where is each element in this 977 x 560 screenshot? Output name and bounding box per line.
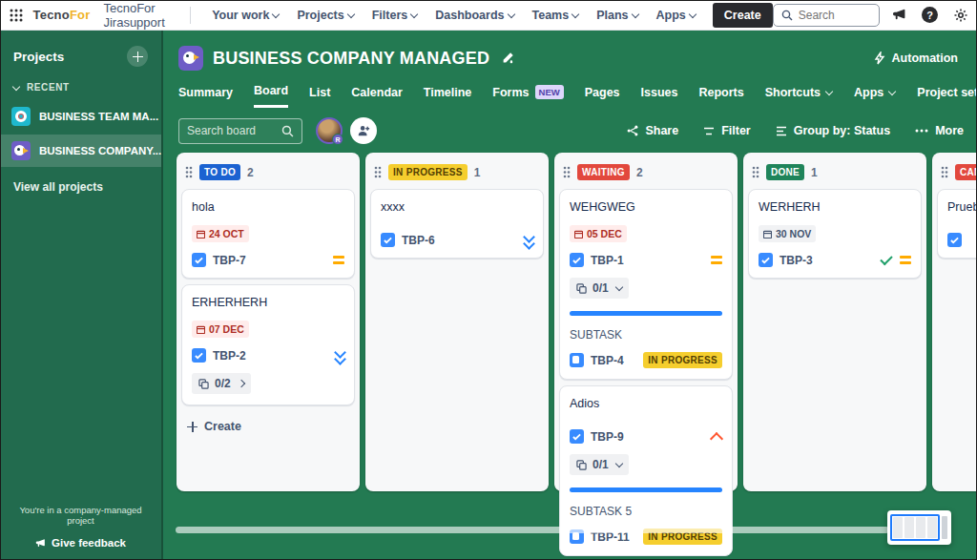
tab-list[interactable]: List [309,86,330,107]
issue-key: TBP-1 [591,254,624,267]
priority-lowest-icon [524,233,533,246]
announcements-icon[interactable] [889,5,910,26]
board-search-box[interactable] [178,118,302,144]
resolved-check-icon [880,252,892,264]
column-waiting: WAITING 2 WEHGWEG 05 DEC TBP-1 0/1 [554,153,738,491]
help-icon[interactable]: ? [920,5,941,26]
issue-card[interactable]: Prueba [937,189,977,259]
subtask-progress-pill[interactable]: 0/1 [570,278,629,299]
group-by-icon [776,126,787,136]
tab-board[interactable]: Board [254,84,288,108]
recent-section-toggle[interactable]: RECENT [0,76,161,98]
issue-card[interactable]: ERHERHERH 07 DEC TBP-2 0/2 [181,284,355,405]
project-board-main: BUSINESS COMPANY MANAGED Automation Summ… [165,31,977,560]
due-date-badge: 30 NOV [759,225,816,242]
project-avatar-icon [178,46,203,71]
drag-handle-icon[interactable] [941,166,948,178]
tab-summary[interactable]: Summary [178,86,233,107]
chevron-down-icon [614,282,622,290]
global-search-input[interactable] [799,9,865,22]
drag-handle-icon[interactable] [563,166,571,178]
subtask-type-icon [570,353,584,367]
view-all-projects-link[interactable]: View all projects [0,169,161,205]
add-person-icon [357,124,370,137]
nav-apps[interactable]: Apps [650,4,703,27]
issue-card[interactable]: xxxx TBP-6 [370,189,544,259]
more-button[interactable]: More [915,124,964,137]
settings-gear-icon[interactable] [950,5,971,26]
nav-projects[interactable]: Projects [290,4,361,27]
nav-dashboards[interactable]: Dashboards [428,4,521,27]
share-button[interactable]: Share [627,124,678,137]
top-bar: TecnoFor TecnoFor Jirasupport Your work … [0,0,977,31]
subtask-progress-pill[interactable]: 0/2 [192,373,251,394]
create-button[interactable]: Create [713,3,773,28]
column-cancelled: CANCELLED Prueba [932,153,977,491]
subtasks-icon [198,379,209,389]
tab-forms[interactable]: FormsNEW [492,85,563,107]
issue-card[interactable]: WEHGWEG 05 DEC TBP-1 0/1 SUBTASK [559,189,733,380]
due-date-badge: 24 OCT [192,225,249,242]
task-type-icon [947,233,962,247]
board-search-input[interactable] [187,124,273,137]
tab-calendar[interactable]: Calendar [351,86,403,107]
subtask-progress-bar [570,487,722,492]
tab-reports[interactable]: Reports [698,86,743,107]
column-count: 2 [247,166,254,179]
global-search-box[interactable] [773,4,880,27]
site-name[interactable]: TecnoFor Jirasupport [103,1,174,30]
sidebar-item-business-team[interactable]: BUSINESS TEAM MA... [0,100,161,133]
add-project-button[interactable] [127,46,148,67]
task-type-icon [192,348,206,363]
subtask-progress-pill[interactable]: 0/1 [570,454,629,475]
filter-button[interactable]: Filter [703,124,751,137]
give-feedback-button[interactable]: Give feedback [0,537,161,549]
drag-handle-icon[interactable] [185,166,193,178]
tecnofor-logo[interactable]: TecnoFor [33,8,91,22]
tab-issues[interactable]: Issues [641,86,678,107]
nav-plans[interactable]: Plans [590,4,645,27]
sidebar-item-business-company[interactable]: BUSINESS COMPANY... [0,135,161,167]
share-icon [627,125,638,136]
nav-filters[interactable]: Filters [365,4,426,27]
avatar-role-badge: R [332,134,343,145]
subtask-progress-bar [570,311,722,316]
calendar-icon [763,230,772,239]
edit-appearance-icon[interactable] [501,52,514,65]
chevron-down-icon [889,89,896,95]
task-type-icon [192,253,206,267]
issue-card[interactable]: WERHERH 30 NOV TBP-3 [748,189,922,279]
chevron-down-icon [348,11,355,18]
group-by-button[interactable]: Group by: Status [776,124,890,137]
project-tabs: Summary Board List Calendar Timeline For… [165,71,977,108]
tab-timeline[interactable]: Timeline [424,86,471,107]
status-badge: CANCELLED [955,164,977,180]
tab-project-settings[interactable]: Project settings [917,86,977,107]
column-count: 1 [811,166,818,179]
calendar-icon [197,325,205,334]
priority-medium-icon [333,256,344,263]
minimap-viewport[interactable] [890,514,940,541]
drag-handle-icon[interactable] [374,166,382,178]
add-people-button[interactable] [350,117,377,144]
issue-card[interactable]: hola 24 OCT TBP-7 [181,189,355,279]
tab-pages[interactable]: Pages [585,86,620,107]
app-switcher-icon[interactable] [10,4,24,27]
tab-shortcuts[interactable]: Shortcuts [765,86,833,107]
create-issue-button[interactable]: Create [181,411,355,442]
new-badge: NEW [535,85,564,99]
issue-key: TBP-4 [591,354,624,367]
tab-apps[interactable]: Apps [854,86,896,107]
nav-your-work[interactable]: Your work [205,4,286,27]
project-lifebuoy-icon [11,107,31,126]
member-avatar[interactable]: R [316,117,343,144]
calendar-icon [197,230,205,239]
automation-button[interactable]: Automation [874,52,958,65]
column-done: DONE 1 WERHERH 30 NOV TBP-3 [743,153,926,491]
subtask-title: SUBTASK [570,328,722,342]
drag-handle-icon[interactable] [752,166,759,178]
nav-teams[interactable]: Teams [526,4,587,27]
status-badge: IN PROGRESS [388,164,468,180]
horizontal-scrollbar[interactable] [176,527,889,533]
subtask-row[interactable]: TBP-4 IN PROGRESS [570,352,722,368]
